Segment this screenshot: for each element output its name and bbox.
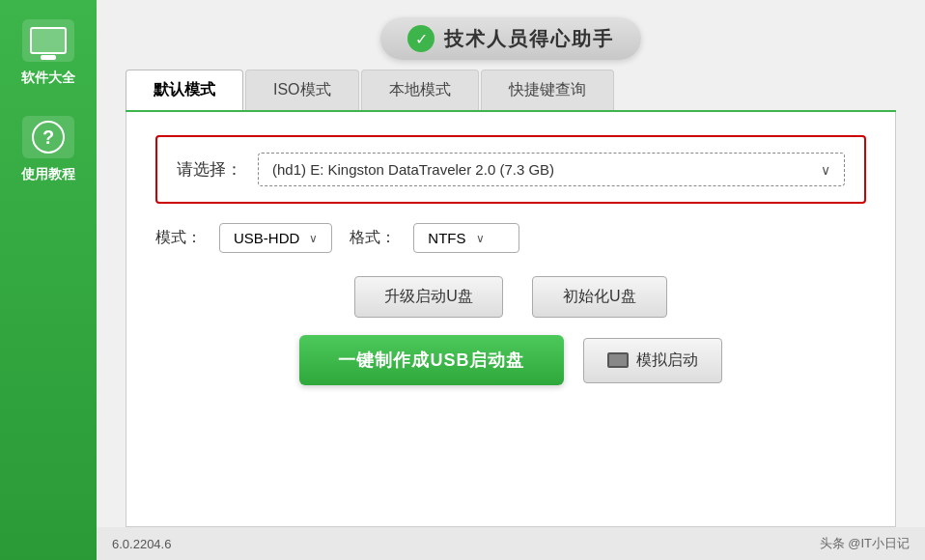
tab-local[interactable]: 本地模式 — [361, 70, 479, 110]
footer: 6.0.2204.6 头条 @IT小日记 — [97, 527, 925, 560]
format-label: 格式： — [350, 228, 396, 248]
simulate-icon — [607, 352, 629, 368]
sidebar-label-tutorial: 使用教程 — [21, 166, 75, 183]
format-value: NTFS — [428, 230, 465, 246]
drive-select-section: 请选择： (hd1) E: Kingston DataTraveler 2.0 … — [155, 135, 866, 204]
watermark-text: 头条 @IT小日记 — [820, 535, 910, 552]
tab-default[interactable]: 默认模式 — [126, 70, 243, 110]
secondary-buttons-row: 升级启动U盘 初始化U盘 — [155, 276, 866, 318]
drive-dropdown-arrow: ∨ — [821, 162, 830, 178]
main-area: ✓ 技术人员得心助手 默认模式 ISO模式 本地模式 快捷键查询 请选择： (h… — [97, 0, 925, 560]
sidebar-item-software[interactable]: 软件大全 — [21, 19, 75, 87]
mode-value: USB-HDD — [234, 230, 299, 246]
question-icon-box: ? — [22, 116, 74, 158]
tab-iso[interactable]: ISO模式 — [245, 70, 359, 110]
tab-shortcut[interactable]: 快捷键查询 — [481, 70, 614, 110]
drive-dropdown[interactable]: (hd1) E: Kingston DataTraveler 2.0 (7.3 … — [258, 153, 845, 186]
select-label: 请选择： — [177, 158, 242, 181]
upgrade-button[interactable]: 升级启动U盘 — [354, 276, 503, 318]
mode-arrow: ∨ — [309, 232, 318, 245]
header-title: 技术人员得心助手 — [444, 26, 614, 52]
mode-label: 模式： — [155, 228, 202, 248]
content-area: 请选择： (hd1) E: Kingston DataTraveler 2.0 … — [126, 112, 896, 527]
header: ✓ 技术人员得心助手 — [97, 0, 925, 70]
sidebar-item-tutorial[interactable]: ? 使用教程 — [21, 116, 75, 183]
sidebar-label-software: 软件大全 — [21, 70, 75, 87]
options-row: 模式： USB-HDD ∨ 格式： NTFS ∨ — [155, 223, 866, 253]
simulate-label: 模拟启动 — [636, 350, 698, 371]
monitor-icon — [30, 27, 67, 54]
version-text: 6.0.2204.6 — [112, 537, 171, 551]
drive-dropdown-value: (hd1) E: Kingston DataTraveler 2.0 (7.3 … — [272, 161, 554, 178]
header-badge: ✓ 技术人员得心助手 — [380, 17, 641, 60]
question-icon: ? — [32, 121, 65, 154]
format-arrow: ∨ — [476, 232, 485, 245]
monitor-icon-box — [22, 19, 74, 62]
format-select[interactable]: NTFS ∨ — [413, 223, 519, 253]
action-row: 一键制作成USB启动盘 模拟启动 — [155, 335, 866, 385]
make-usb-button[interactable]: 一键制作成USB启动盘 — [299, 335, 563, 385]
tab-bar: 默认模式 ISO模式 本地模式 快捷键查询 — [126, 70, 896, 112]
check-icon: ✓ — [407, 25, 434, 52]
sidebar: 软件大全 ? 使用教程 — [0, 0, 97, 560]
simulate-button[interactable]: 模拟启动 — [583, 338, 722, 383]
mode-select[interactable]: USB-HDD ∨ — [219, 223, 332, 253]
init-button[interactable]: 初始化U盘 — [532, 276, 667, 318]
